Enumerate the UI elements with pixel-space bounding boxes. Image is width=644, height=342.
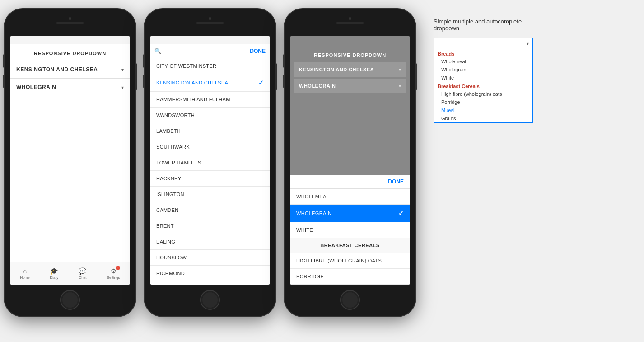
phone2-vol-down [143,75,145,88]
phone2-list-item[interactable]: KENSINGTON AND CHELSEA✓ [150,74,270,92]
phone2-content: 🔍 DONE CITY OF WESTMINSTERKENSINGTON AND… [150,36,270,285]
phone2-screen: 🔍 DONE CITY OF WESTMINSTERKENSINGTON AND… [150,36,270,285]
desktop-list-item[interactable]: High fibre (wholegrain) oats [434,90,532,98]
status-bar-1 [10,36,130,44]
phone2-list-item[interactable]: HOUNSLOW [150,250,270,266]
done-button-phone2[interactable]: DONE [250,48,266,54]
phone2-list-item[interactable]: BRENT [150,218,270,234]
phone3-dropdown-1-arrow: ▾ [399,67,401,72]
check-icon: ✓ [398,210,404,217]
phone1-dropdown-2-label: WHOLEGRAIN [16,84,56,90]
desktop-dropdown-arrow: ▾ [527,41,529,46]
phone2-list-item-label: RICHMOND [156,271,185,276]
nav-home[interactable]: ⌂ Home [20,267,29,280]
phone3-list-item-label: WHOLEMEAL [296,194,329,199]
phone1-header: RESPONSIVE DROPDOWN [10,44,130,61]
phone2-list-item[interactable]: ISLINGTON [150,187,270,202]
phone-1: RESPONSIVE DROPDOWN KENSINGTON AND CHELS… [5,9,135,316]
search-bar: 🔍 DONE [150,44,270,58]
phone2-list-item[interactable]: TOWER HAMLETS [150,155,270,171]
phone3-dropdown-1[interactable]: KENSINGTON AND CHELSEA ▾ [294,62,406,77]
desktop-group-label: Breakfast Cereals [434,82,532,90]
phone1-content: RESPONSIVE DROPDOWN KENSINGTON AND CHELS… [10,36,130,285]
home-icon: ⌂ [21,267,29,275]
desktop-list-item[interactable]: White [434,74,532,82]
phone3-vol-up [283,54,285,68]
phone2-vol-up [143,54,145,68]
phone2-list-item-label: HACKNEY [156,176,181,181]
phone1-dropdown-1-label: KENSINGTON AND CHELSEA [16,66,98,73]
phone1-dropdown-1-arrow: ▾ [121,67,124,72]
phone-speaker [56,22,84,24]
phone2-list-item-label: CAMDEN [156,207,178,213]
phone2-list-item-label: LAMBETH [156,128,181,134]
phone-2: 🔍 DONE CITY OF WESTMINSTERKENSINGTON AND… [145,9,275,316]
phone3-dropdown-2-label: WHOLEGRAIN [299,83,336,89]
phone2-list-item-label: SOUTHWARK [156,144,190,150]
done-button-phone3[interactable]: DONE [388,178,404,185]
phone3-home-button[interactable] [340,290,360,310]
phone-vol-up [3,54,5,68]
phone2-list-item-label: KENSINGTON AND CHELSEA [156,80,228,85]
phone1-dropdown-2[interactable]: WHOLEGRAIN ▾ [10,79,130,96]
desktop-dropdown-list[interactable]: BreadsWholemealWholegrainWhiteBreakfast … [434,49,532,122]
nav-chat[interactable]: 💬 Chat [79,267,87,280]
phone2-list-item[interactable]: RICHMOND [150,266,270,281]
phone1-dropdown-1[interactable]: KENSINGTON AND CHELSEA ▾ [10,61,130,79]
settings-badge-wrapper: ⚙ 1 [109,267,117,275]
desktop-list-item[interactable]: Grains [434,114,532,122]
phone3-list-item-label: HIGH FIBRE (WHOLEGRAIN) OATS [296,258,382,263]
phone3-list-item[interactable]: WHOLEMEAL [290,189,410,205]
phone2-home-button[interactable] [200,290,220,310]
chat-icon: 💬 [79,267,87,275]
phone3-dropdown-2-arrow: ▾ [399,84,401,89]
desktop-dropdown-trigger[interactable]: ▾ [434,38,532,49]
desktop-dropdown-container: ▾ BreadsWholemealWholegrainWhiteBreakfas… [434,38,533,123]
nav-chat-label: Chat [79,276,86,280]
status-bar-2 [150,36,270,44]
phone2-list-item[interactable]: EALING [150,234,270,250]
phone3-speaker [336,22,364,24]
phone1-body-space [10,96,130,262]
search-icon: 🔍 [154,48,161,54]
desktop-list-item[interactable]: Muesli [434,106,532,114]
phone-3: RESPONSIVE DROPDOWN KENSINGTON AND CHELS… [285,9,415,316]
check-icon: ✓ [258,79,264,86]
phone3-dropdown-2[interactable]: WHOLEGRAIN ▾ [294,79,406,93]
phone2-list-item-label: WANDSWORTH [156,112,195,118]
phone2-list-item[interactable]: HACKNEY [150,171,270,187]
phone3-list-item-label: WHITE [296,227,313,233]
nav-diary-label: Diary [50,276,58,280]
phone2-list-item-label: BRENT [156,223,174,229]
phone3-list-item[interactable]: WHITE [290,222,410,238]
phone3-list-item[interactable]: WHOLEGRAIN✓ [290,205,410,222]
phone3-list-container[interactable]: WHOLEMEALWHOLEGRAIN✓WHITEBREAKFAST CEREA… [290,189,410,285]
settings-badge: 1 [116,266,120,270]
phone2-list-item[interactable]: LAMBETH [150,123,270,139]
desktop-panel: Simple multiple and autocomplete dropdow… [425,9,542,132]
desktop-list-item[interactable]: Porridge [434,98,532,106]
phone2-list-item[interactable]: WANDSWORTH [150,108,270,123]
desktop-list-item[interactable]: Wholegrain [434,66,532,74]
phone2-list-item[interactable]: CAMDEN [150,202,270,218]
desktop-list-item[interactable]: Wholemeal [434,57,532,66]
phone3-list-item-label: WHOLEGRAIN [296,211,331,216]
phone3-screen: RESPONSIVE DROPDOWN KENSINGTON AND CHELS… [290,36,410,285]
nav-settings[interactable]: ⚙ 1 Settings [107,267,120,280]
desktop-panel-title: Simple multiple and autocomplete dropdow… [434,18,533,32]
diary-icon: 🎓 [50,267,58,275]
status-bar-3 [290,36,410,44]
nav-home-label: Home [20,276,29,280]
phone3-dropdown-1-label: KENSINGTON AND CHELSEA [299,67,374,72]
phone2-list-item[interactable]: CITY OF WESTMINSTER [150,58,270,74]
phone3-bottom: DONE WHOLEMEALWHOLEGRAIN✓WHITEBREAKFAST … [290,175,410,285]
phone3-list-item[interactable]: PORRIDGE [290,269,410,285]
phone2-list-item-label: HOUNSLOW [156,255,187,260]
phone1-home-button[interactable] [60,290,80,310]
nav-diary[interactable]: 🎓 Diary [50,267,58,280]
phone3-vol-down [283,75,285,88]
phone2-list-container[interactable]: CITY OF WESTMINSTERKENSINGTON AND CHELSE… [150,58,270,285]
phone2-list-item[interactable]: SOUTHWARK [150,139,270,155]
phone2-list-item[interactable]: HAMMERSMITH AND FULHAM [150,92,270,108]
phone3-list-item[interactable]: HIGH FIBRE (WHOLEGRAIN) OATS [290,253,410,269]
